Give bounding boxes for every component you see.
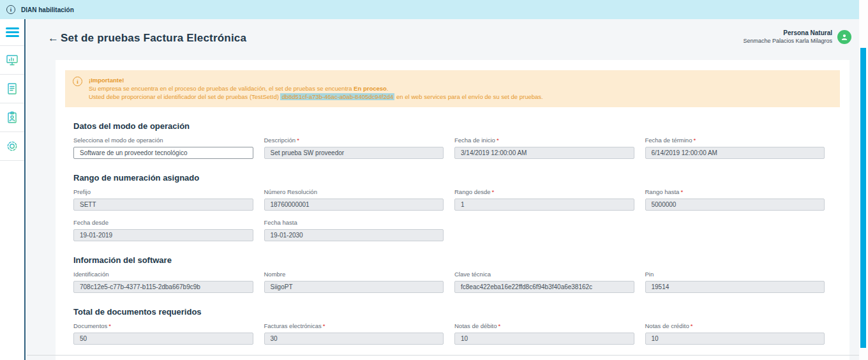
field-group: Fecha de inicio* 3/14/2019 12:00:00 AM bbox=[454, 137, 634, 159]
menu-button[interactable] bbox=[0, 19, 24, 46]
alert-info-icon: i bbox=[73, 77, 82, 86]
field-group: Pin 19514 bbox=[645, 271, 825, 293]
field-label: Fecha hasta bbox=[264, 219, 297, 226]
field-fecha-desde: 19-01-2019 bbox=[73, 229, 253, 241]
field-numero-resolucion: 18760000001 bbox=[264, 199, 444, 211]
user-block: Persona Natural Senmache Palacios Karla … bbox=[743, 29, 851, 45]
alert-title: ¡Importante! bbox=[89, 76, 543, 84]
field-label: Documentos bbox=[73, 322, 107, 329]
field-group: Identificación 708c12e5-c77b-4377-b115-2… bbox=[73, 271, 253, 293]
sidebar bbox=[0, 19, 26, 360]
alert-status: En proceso bbox=[354, 85, 387, 92]
scrollbar-thumb[interactable] bbox=[860, 48, 866, 348]
field-label: Fecha desde bbox=[73, 219, 108, 226]
section-rango-numeracion: Prefijo SETT Número Resolución 187600000… bbox=[73, 188, 825, 241]
user-name: Senmache Palacios Karla Milagros bbox=[743, 37, 832, 45]
field-group: Descripción* Set prueba SW proveedor bbox=[264, 137, 444, 159]
field-notas-credito-requeridas: 10 bbox=[645, 333, 825, 345]
sidebar-item-settings[interactable] bbox=[0, 132, 24, 161]
avatar[interactable] bbox=[837, 30, 851, 44]
section-info-software: Identificación 708c12e5-c77b-4377-b115-2… bbox=[73, 271, 825, 293]
page-title: Set de pruebas Factura Electrónica bbox=[61, 32, 246, 45]
field-group: Notas de débito* 10 bbox=[454, 322, 634, 345]
app-title: DIAN habilitación bbox=[21, 6, 74, 13]
clipboard-person-icon bbox=[5, 110, 19, 124]
main-content: ← Set de pruebas Factura Electrónica Per… bbox=[27, 19, 859, 360]
section-title-rango-numeracion: Rango de numeración asignado bbox=[73, 173, 825, 183]
field-fecha-hasta: 19-01-2030 bbox=[264, 229, 444, 241]
dashboard-monitor-icon bbox=[5, 53, 19, 67]
field-identificacion: 708c12e5-c77b-4377-b115-2dba667b9c9b bbox=[73, 281, 253, 293]
bottom-divider bbox=[27, 355, 859, 356]
field-documentos-requeridos: 50 bbox=[73, 333, 253, 345]
field-descripcion: Set prueba SW proveedor bbox=[264, 147, 444, 159]
test-set-id: db8d51cf-a73b-46ac-a0ab-8405dc94f2d4 bbox=[280, 93, 394, 100]
alert-banner: i ¡Importante! Su empresa se encuentra e… bbox=[65, 70, 840, 107]
field-modo-operacion[interactable]: Software de un proveedor tecnológico bbox=[73, 147, 253, 159]
field-label: Notas de crédito bbox=[645, 322, 689, 329]
settings-gear-icon bbox=[5, 139, 19, 153]
field-clave-tecnica: fc8eac422eba16e22ffd8c6f94b3f40a6e38162c bbox=[454, 281, 634, 293]
topbar: i DIAN habilitación bbox=[0, 0, 859, 19]
field-group: Documentos* 50 bbox=[73, 322, 253, 345]
sidebar-item-dashboard[interactable] bbox=[0, 46, 24, 75]
field-group: Prefijo SETT bbox=[73, 188, 253, 211]
field-prefijo: SETT bbox=[73, 199, 253, 211]
field-fecha-inicio: 3/14/2019 12:00:00 AM bbox=[454, 147, 634, 159]
field-label: Rango desde bbox=[454, 188, 491, 195]
field-label: Fecha de inicio bbox=[454, 137, 495, 144]
page-header: ← Set de pruebas Factura Electrónica Per… bbox=[27, 19, 859, 60]
field-label: Pin bbox=[645, 271, 654, 278]
document-icon bbox=[5, 82, 19, 96]
sidebar-item-reports[interactable] bbox=[0, 103, 24, 132]
field-label: Rango hasta bbox=[645, 188, 680, 195]
field-label: Nombre bbox=[264, 271, 286, 278]
field-group: Notas de crédito* 10 bbox=[645, 322, 825, 345]
field-group: Fecha hasta 19-01-2030 bbox=[264, 219, 444, 241]
scrollbar-track[interactable] bbox=[859, 0, 868, 360]
field-label: Notas de débito bbox=[454, 322, 497, 329]
section-title-total-requeridos: Total de documentos requeridos bbox=[73, 307, 825, 317]
field-label: Selecciona el modo de operación bbox=[73, 137, 163, 144]
field-label: Identificación bbox=[73, 271, 108, 278]
field-label: Número Resolución bbox=[264, 188, 317, 195]
section-title-modo-operacion: Datos del modo de operación bbox=[73, 121, 825, 131]
field-group: Rango desde* 1 bbox=[454, 188, 634, 211]
field-rango-hasta: 5000000 bbox=[645, 199, 825, 211]
field-notas-debito-requeridas: 10 bbox=[454, 333, 634, 345]
field-label: Prefijo bbox=[73, 188, 91, 195]
alert-line2: Usted debe proporcionar el identificador… bbox=[89, 93, 543, 101]
info-icon: i bbox=[6, 5, 15, 14]
field-group: Número Resolución 18760000001 bbox=[264, 188, 444, 211]
person-icon bbox=[840, 33, 849, 41]
field-facturas-requeridas: 30 bbox=[264, 333, 444, 345]
field-group: Selecciona el modo de operación Software… bbox=[73, 137, 253, 159]
field-label: Descripción bbox=[264, 137, 296, 144]
field-nombre: SiigoPT bbox=[264, 281, 444, 293]
menu-icon bbox=[6, 27, 19, 29]
section-title-info-software: Información del software bbox=[73, 255, 825, 265]
section-total-requeridos: Documentos* 50 Facturas electrónicas* 30… bbox=[73, 322, 825, 345]
field-label: Fecha de término bbox=[645, 137, 692, 144]
field-group: Rango hasta* 5000000 bbox=[645, 188, 825, 211]
content-card: i ¡Importante! Su empresa se encuentra e… bbox=[56, 60, 849, 360]
sidebar-item-documents[interactable] bbox=[0, 75, 24, 103]
alert-line1: Su empresa se encuentra en el proceso de… bbox=[89, 84, 543, 93]
field-label: Facturas electrónicas bbox=[264, 322, 322, 329]
field-fecha-termino: 6/14/2019 12:00:00 AM bbox=[645, 147, 825, 159]
section-modo-operacion: Selecciona el modo de operación Software… bbox=[73, 137, 825, 159]
field-group: Fecha de término* 6/14/2019 12:00:00 AM bbox=[645, 137, 825, 159]
field-group: Facturas electrónicas* 30 bbox=[264, 322, 444, 345]
back-button[interactable]: ← bbox=[48, 32, 59, 45]
field-label: Clave técnica bbox=[454, 271, 491, 278]
field-pin: 19514 bbox=[645, 281, 825, 293]
field-group: Nombre SiigoPT bbox=[264, 271, 444, 293]
field-group: Fecha desde 19-01-2019 bbox=[73, 219, 253, 241]
field-rango-desde: 1 bbox=[454, 199, 634, 211]
user-type: Persona Natural bbox=[743, 29, 832, 37]
field-group: Clave técnica fc8eac422eba16e22ffd8c6f94… bbox=[454, 271, 634, 293]
